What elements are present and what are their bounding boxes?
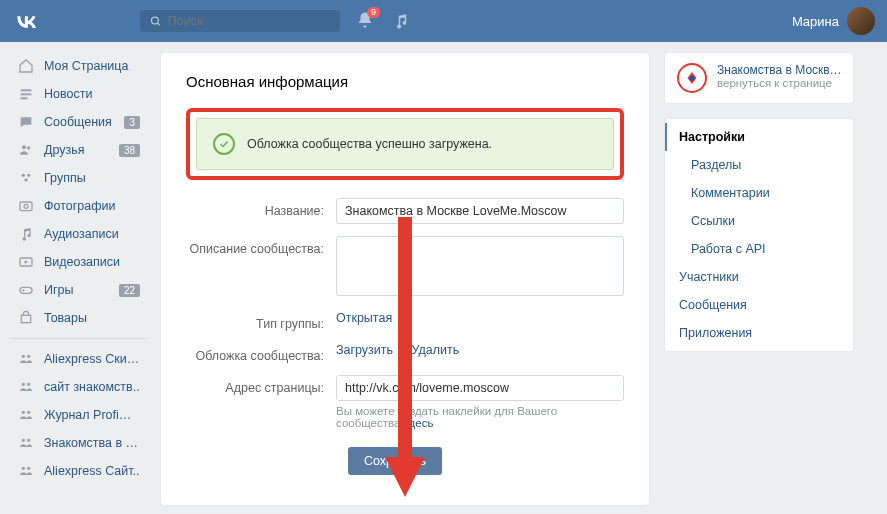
menu-comments[interactable]: Комментарии [665,179,853,207]
svg-line-1 [157,22,159,24]
menu-messages[interactable]: Сообщения [665,291,853,319]
success-alert: Обложка сообщества успешно загружена. [196,118,614,170]
svg-point-21 [27,383,30,386]
cover-delete-link[interactable]: Удалить [412,343,460,357]
search-box[interactable] [140,10,340,32]
nav-label: Группы [44,171,140,185]
nav-badge: 22 [119,284,140,297]
menu-api[interactable]: Работа с API [665,235,853,263]
nav-item-video[interactable]: Видеозаписи [10,248,146,276]
main-panel: Основная информация Обложка сообщества у… [160,52,650,506]
svg-point-9 [24,178,27,181]
svg-rect-10 [20,202,32,211]
groups-icon [16,351,36,367]
group-back-link[interactable]: вернуться к странице [717,77,847,89]
notif-badge: 9 [367,7,380,18]
vk-logo-icon[interactable] [12,7,40,35]
nav-label: Моя Страница [44,59,140,73]
label-cover: Обложка сообщества: [186,343,336,363]
username: Марина [792,14,839,29]
check-circle-icon [213,133,235,155]
nav-divider [10,338,146,339]
groups-icon [16,170,36,186]
friends-icon [16,142,36,158]
nav-item-groups[interactable]: Группы [10,164,146,192]
nav-label: Журнал ProfiCom.. [44,408,140,422]
svg-point-27 [27,467,30,470]
topbar: 9 Марина [0,0,887,42]
avatar [847,7,875,35]
left-nav: Моя СтраницаНовостиСообщения3Друзья38Гру… [10,52,146,506]
nav-item-audio[interactable]: Аудиозаписи [10,220,146,248]
nav-group-item[interactable]: Aliexpress Сайт.. [10,457,146,485]
nav-label: Товары [44,311,140,325]
nav-item-home[interactable]: Моя Страница [10,52,146,80]
user-menu[interactable]: Марина [792,7,875,35]
svg-rect-3 [21,93,32,95]
goods-icon [16,310,36,326]
games-icon [16,282,36,298]
groups-icon [16,379,36,395]
svg-rect-14 [20,287,32,293]
svg-point-19 [27,355,30,358]
svg-point-24 [22,439,25,442]
menu-settings[interactable]: Настройки [665,123,853,151]
cover-upload-link[interactable]: Загрузить [336,343,393,357]
nav-label: Друзья [44,143,119,157]
group-title: Знакомства в Москве Lo... [717,63,847,77]
nav-label: сайт знакомств.. [44,380,140,394]
name-input[interactable] [336,198,624,224]
svg-point-11 [24,204,28,208]
nav-item-goods[interactable]: Товары [10,304,146,332]
svg-point-5 [22,145,26,149]
nav-label: Аудиозаписи [44,227,140,241]
notifications-button[interactable]: 9 [356,11,374,32]
nav-item-msg[interactable]: Сообщения3 [10,108,146,136]
svg-point-0 [151,17,158,24]
nav-group-item[interactable]: Aliexpress Скид.. [10,345,146,373]
nav-badge: 3 [124,116,140,129]
svg-point-6 [27,146,30,149]
groups-icon [16,435,36,451]
nav-label: Aliexpress Скид.. [44,352,140,366]
highlight-box: Обложка сообщества успешно загружена. [186,108,624,180]
home-icon [16,58,36,74]
groups-icon [16,463,36,479]
nav-item-feed[interactable]: Новости [10,80,146,108]
save-button[interactable]: Сохранить [348,447,442,475]
menu-links[interactable]: Ссылки [665,207,853,235]
menu-sections[interactable]: Разделы [665,151,853,179]
nav-label: Видеозаписи [44,255,140,269]
nav-group-item[interactable]: сайт знакомств.. [10,373,146,401]
svg-point-26 [22,467,25,470]
nav-label: Знакомства в Мо.. [44,436,140,450]
group-card[interactable]: Знакомства в Москве Lo... вернуться к ст… [664,52,854,104]
nav-badge: 38 [119,144,140,157]
nav-label: Фотографии [44,199,140,213]
group-type-select[interactable]: Открытая [336,311,392,325]
label-desc: Описание сообщества: [186,236,336,256]
groups-icon [16,407,36,423]
alert-text: Обложка сообщества успешно загружена. [247,137,492,151]
description-input[interactable] [336,236,624,296]
label-type: Тип группы: [186,311,336,331]
music-icon[interactable] [392,12,410,30]
nav-group-item[interactable]: Знакомства в Мо.. [10,429,146,457]
menu-apps[interactable]: Приложения [665,319,853,347]
stickers-link[interactable]: здесь [404,417,434,429]
label-addr: Адрес страницы: [186,375,336,395]
svg-rect-17 [21,315,30,322]
svg-point-18 [22,355,25,358]
nav-item-photo[interactable]: Фотографии [10,192,146,220]
search-input[interactable] [168,14,330,28]
nav-item-friends[interactable]: Друзья38 [10,136,146,164]
menu-members[interactable]: Участники [665,263,853,291]
address-input[interactable] [336,375,624,401]
audio-icon [16,226,36,242]
settings-menu: Настройки Разделы Комментарии Ссылки Раб… [664,118,854,352]
svg-rect-2 [21,89,32,91]
nav-item-games[interactable]: Игры22 [10,276,146,304]
search-icon [150,15,162,28]
svg-point-7 [22,174,25,177]
nav-group-item[interactable]: Журнал ProfiCom.. [10,401,146,429]
